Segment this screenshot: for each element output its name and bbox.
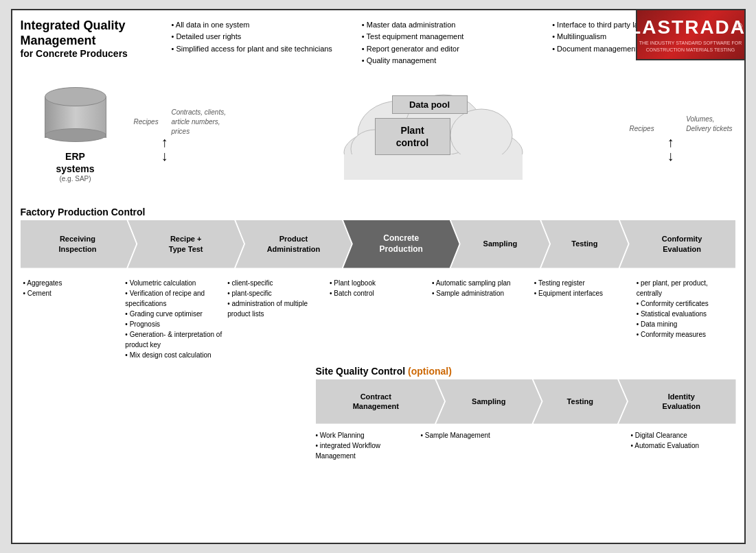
logo-subtitle: THE INDUSTRY STANDARD SOFTWARE FOR CONST… <box>639 40 742 52</box>
site-arrow-identity-shape: IdentityEvaluation <box>619 379 736 424</box>
detail-3-0: Plant logbook <box>330 278 426 288</box>
detail-1-2: Grading curve optimiser <box>125 309 222 319</box>
erp-arrow-area: Recipes Contracts, clients,article numbe… <box>130 73 240 204</box>
site-detail-0-0: Work Planning <box>316 430 421 440</box>
detail-col-0: Aggregates Cement <box>21 278 123 360</box>
detail-6-2: Statistical evaluations <box>637 309 733 319</box>
erp-section: ERPsystems (e.g. SAP) <box>21 73 130 204</box>
details-row: Aggregates Cement Volumetric calculation… <box>21 278 736 360</box>
detail-col-3: Plant logbook Batch control <box>327 278 429 360</box>
detail-1-4: Generation- & interpretation of product … <box>125 329 222 350</box>
main-box: LASTRADA ® THE INDUSTRY STANDARD SOFTWAR… <box>11 9 746 544</box>
svg-rect-5 <box>344 154 523 180</box>
cloud-wrapper: Data pool Plantcontrol <box>337 80 529 197</box>
detail-col-5: Testing register Equipment interfaces <box>531 278 634 360</box>
detail-2-2: administration of multiple product lists <box>227 298 324 319</box>
arrow-sampling-shape: Sampling <box>451 220 549 268</box>
logo-text: LASTRADA <box>629 16 746 38</box>
bullet-col-2: Master data administration Test equipmen… <box>362 20 545 68</box>
process-arrow-concrete: ConcreteProduction <box>343 220 459 275</box>
svg-point-3 <box>450 109 512 161</box>
detail-6-0: per plant, per product, centrally <box>637 278 733 298</box>
site-detail-0-1: integrated Workflow Management <box>316 440 421 461</box>
contracts-label: Contracts, clients,article numbers,price… <box>172 108 244 137</box>
outer-container: LASTRADA ® THE INDUSTRY STANDARD SOFTWAR… <box>0 0 756 553</box>
detail-1-1: Verification of recipe and specification… <box>125 288 222 309</box>
site-quality-section: Site Quality Control (optional) Contract… <box>21 366 736 461</box>
title-line2: for Concrete Producers <box>21 48 172 59</box>
detail-6-3: Data mining <box>637 319 733 329</box>
arrow-up-icon: ↑ <box>161 135 168 149</box>
title-line1: Integrated Quality Management <box>21 19 172 48</box>
arrow-recipe-shape: Recipe +Type Test <box>128 220 244 268</box>
plant-control-label: Plantcontrol <box>375 118 450 155</box>
bullet-1-2: Detailed user rights <box>172 32 355 42</box>
site-arrow-testing: Testing <box>534 379 627 427</box>
cloud-arrows: ↑ ↓ <box>667 135 674 163</box>
site-detail-1-0: Sample Management <box>421 430 526 440</box>
process-arrow-sampling: Sampling <box>451 220 549 275</box>
detail-6-4: Conformity measures <box>637 329 733 340</box>
detail-2-0: client-specific <box>227 278 324 288</box>
site-quality-left <box>21 366 316 461</box>
detail-1-5: Mix design cost calculation <box>125 350 222 360</box>
process-arrow-testing: Testing <box>541 220 628 275</box>
bullet-2-4: Quality management <box>362 56 545 66</box>
plant-control-card: Plantcontrol <box>375 118 450 155</box>
optional-text: (optional) <box>408 366 452 377</box>
detail-col-2: client-specific plant-specific administr… <box>225 278 327 360</box>
detail-5-0: Testing register <box>534 278 631 288</box>
process-arrow-product: ProductAdministration <box>236 220 352 275</box>
detail-0-0: Aggregates <box>23 278 120 288</box>
process-arrow-receiving: ReceivingInspection <box>21 220 137 275</box>
logo-box: LASTRADA ® THE INDUSTRY STANDARD SOFTWAR… <box>636 9 746 60</box>
bullet-1-1: All data in one system <box>172 20 355 30</box>
arrow-receiving-shape: ReceivingInspection <box>21 220 137 268</box>
cloud-arrow-area: Recipes Volumes,Delivery tickets ↑ ↓ <box>626 73 736 204</box>
site-arrow-contract-shape: ContractManagement <box>316 379 445 424</box>
detail-5-1: Equipment interfaces <box>534 288 631 298</box>
header-title: Integrated Quality Management for Concre… <box>21 19 172 68</box>
site-quality-right: Site Quality Control (optional) Contract… <box>316 366 736 461</box>
cloud-arrow-down-icon: ↓ <box>667 149 674 163</box>
logo-registered: ® <box>736 22 742 32</box>
arrow-down-icon: ↓ <box>161 149 168 163</box>
site-detail-3-1: Automatic Evaluation <box>631 440 736 451</box>
site-arrow-identity: IdentityEvaluation <box>619 379 736 427</box>
recipes-label-cloud: Recipes <box>630 125 654 132</box>
erp-label: ERPsystems <box>56 150 94 175</box>
site-detail-3-0: Digital Clearance <box>631 430 736 440</box>
site-arrow-contract: ContractManagement <box>316 379 445 427</box>
detail-0-1: Cement <box>23 288 120 298</box>
bullet-2-1: Master data administration <box>362 20 545 30</box>
bullet-2-3: Report generator and editor <box>362 44 545 54</box>
site-arrow-sampling-shape: Sampling <box>436 379 541 424</box>
bullet-col-1: All data in one system Detailed user rig… <box>172 20 355 68</box>
process-arrow-conformity: ConformityEvaluation <box>620 220 736 275</box>
arrow-product-shape: ProductAdministration <box>236 220 352 268</box>
arrow-testing-shape: Testing <box>541 220 628 268</box>
detail-col-1: Volumetric calculation Verification of r… <box>122 278 225 360</box>
site-quality-text: Site Quality Control <box>316 366 406 377</box>
factory-production-label: Factory Production Control <box>21 207 736 217</box>
arrow-concrete-shape: ConcreteProduction <box>343 220 459 268</box>
erp-arrows: ↑ ↓ <box>161 135 168 163</box>
arrow-conformity-shape: ConformityEvaluation <box>620 220 736 268</box>
site-detail-col-0: Work Planning integrated Workflow Manage… <box>316 430 421 461</box>
site-arrow-testing-shape: Testing <box>534 379 627 424</box>
site-arrow-sampling: Sampling <box>436 379 541 427</box>
detail-1-3: Prognosis <box>125 319 222 329</box>
volumes-label: Volumes,Delivery tickets <box>686 115 732 134</box>
detail-4-0: Automatic sampling plan <box>432 278 529 288</box>
site-quality-label: Site Quality Control (optional) <box>316 366 736 377</box>
site-flow: ContractManagement Sampling Testing Iden… <box>316 379 736 427</box>
middle-section: ERPsystems (e.g. SAP) Recipes Contracts,… <box>21 73 736 204</box>
detail-2-1: plant-specific <box>227 288 324 298</box>
site-details: Work Planning integrated Workflow Manage… <box>316 430 736 461</box>
detail-1-0: Volumetric calculation <box>125 278 222 288</box>
detail-col-6: per plant, per product, centrally Confor… <box>634 278 736 360</box>
process-arrow-recipe: Recipe +Type Test <box>128 220 244 275</box>
detail-6-1: Conformity certificates <box>637 298 733 309</box>
cloud-section: Data pool Plantcontrol <box>240 73 626 204</box>
cloud-arrow-up-icon: ↑ <box>667 135 674 149</box>
